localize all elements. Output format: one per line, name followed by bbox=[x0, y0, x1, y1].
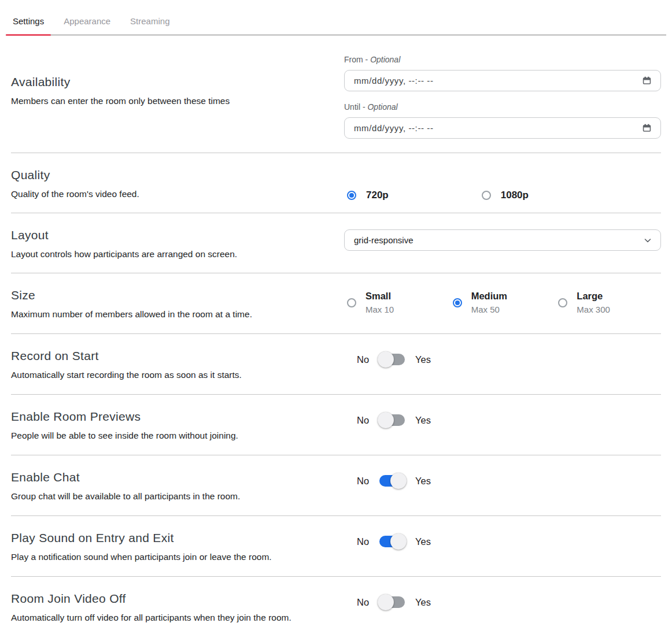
toggle-no-label: No bbox=[357, 536, 369, 547]
toggle-yes-label: Yes bbox=[415, 476, 431, 487]
enable-chat-toggle[interactable] bbox=[379, 475, 405, 487]
enable-chat-section: Enable Chat Group chat will be available… bbox=[11, 455, 661, 516]
radio-label: Large bbox=[577, 290, 610, 302]
availability-section: Availability Members can enter the room … bbox=[11, 36, 661, 153]
tab-appearance[interactable]: Appearance bbox=[57, 0, 117, 34]
calendar-icon[interactable] bbox=[641, 75, 652, 86]
tab-streaming[interactable]: Streaming bbox=[123, 0, 176, 34]
quality-description: Quality of the room's video feed. bbox=[11, 189, 344, 199]
room-join-video-off-section: Room Join Video Off Automatically turn o… bbox=[11, 577, 661, 638]
until-field-label: Until - Optional bbox=[344, 102, 661, 112]
play-sound-toggle[interactable] bbox=[379, 536, 405, 547]
toggle-no-label: No bbox=[357, 597, 369, 608]
play-sound-title: Play Sound on Entry and Exit bbox=[11, 531, 344, 545]
enable-chat-description: Group chat will be available to all part… bbox=[11, 491, 344, 502]
layout-section: Layout Layout controls how participants … bbox=[11, 213, 661, 273]
radio-label: 1080p bbox=[501, 190, 529, 201]
toggle-no-label: No bbox=[357, 476, 369, 487]
radio-label: 720p bbox=[366, 190, 389, 201]
until-datetime-placeholder: mm/dd/yyyy, --:-- -- bbox=[354, 123, 641, 133]
record-on-start-toggle[interactable] bbox=[379, 354, 405, 365]
enable-room-previews-description: People will be able to see inside the ro… bbox=[11, 431, 344, 441]
quality-option-720p[interactable]: 720p bbox=[344, 190, 389, 201]
radio-button[interactable] bbox=[453, 298, 462, 307]
layout-title: Layout bbox=[11, 228, 344, 242]
record-on-start-title: Record on Start bbox=[11, 349, 344, 363]
quality-title: Quality bbox=[11, 168, 344, 182]
calendar-icon[interactable] bbox=[641, 123, 652, 133]
enable-chat-title: Enable Chat bbox=[11, 470, 344, 484]
until-datetime-input[interactable]: mm/dd/yyyy, --:-- -- bbox=[344, 117, 661, 139]
radio-label: Medium bbox=[471, 290, 507, 302]
layout-select[interactable]: grid-responsive bbox=[344, 229, 661, 251]
radio-button[interactable] bbox=[347, 298, 356, 307]
enable-room-previews-toggle[interactable] bbox=[379, 414, 405, 426]
radio-sublabel: Max 300 bbox=[577, 305, 610, 314]
quality-section: Quality Quality of the room's video feed… bbox=[11, 153, 661, 213]
size-section: Size Maximum number of members allowed i… bbox=[11, 273, 661, 334]
radio-sublabel: Max 10 bbox=[365, 305, 394, 314]
enable-room-previews-title: Enable Room Previews bbox=[11, 410, 344, 424]
size-option-small[interactable]: Small Max 10 bbox=[344, 290, 450, 333]
label-separator: - bbox=[365, 55, 368, 64]
from-datetime-placeholder: mm/dd/yyyy, --:-- -- bbox=[354, 76, 641, 86]
room-join-video-off-title: Room Join Video Off bbox=[11, 592, 344, 606]
record-on-start-section: Record on Start Automatically start reco… bbox=[11, 334, 661, 395]
optional-hint: Optional bbox=[367, 102, 397, 112]
enable-room-previews-section: Enable Room Previews People will be able… bbox=[11, 395, 661, 455]
layout-select-value: grid-responsive bbox=[354, 235, 643, 245]
toggle-yes-label: Yes bbox=[415, 536, 431, 547]
quality-option-1080p[interactable]: 1080p bbox=[479, 190, 529, 201]
optional-hint: Optional bbox=[370, 55, 400, 64]
toggle-no-label: No bbox=[357, 354, 369, 365]
from-field-label: From - Optional bbox=[344, 55, 661, 64]
room-join-video-off-toggle[interactable] bbox=[379, 596, 405, 608]
toggle-yes-label: Yes bbox=[415, 415, 431, 426]
radio-button[interactable] bbox=[558, 298, 567, 307]
toggle-yes-label: Yes bbox=[415, 597, 431, 608]
availability-description: Members can enter the room only between … bbox=[11, 96, 344, 106]
availability-title: Availability bbox=[11, 75, 344, 89]
play-sound-description: Play a notification sound when participa… bbox=[11, 552, 344, 562]
radio-button[interactable] bbox=[347, 191, 356, 200]
label-separator: - bbox=[363, 102, 365, 112]
tab-bar: Settings Appearance Streaming bbox=[6, 0, 666, 36]
size-option-large[interactable]: Large Max 300 bbox=[555, 290, 661, 333]
settings-panel: Availability Members can enter the room … bbox=[0, 36, 672, 638]
size-option-medium[interactable]: Medium Max 50 bbox=[450, 290, 556, 333]
radio-label: Small bbox=[365, 290, 394, 302]
toggle-yes-label: Yes bbox=[415, 354, 431, 365]
play-sound-section: Play Sound on Entry and Exit Play a noti… bbox=[11, 516, 661, 577]
chevron-down-icon bbox=[643, 236, 652, 245]
radio-sublabel: Max 50 bbox=[471, 305, 507, 314]
from-datetime-input[interactable]: mm/dd/yyyy, --:-- -- bbox=[344, 70, 661, 91]
record-on-start-description: Automatically start recording the room a… bbox=[11, 370, 344, 380]
room-join-video-off-description: Automatically turn off video for all par… bbox=[11, 613, 344, 623]
toggle-no-label: No bbox=[357, 415, 369, 426]
size-description: Maximum number of members allowed in the… bbox=[11, 309, 344, 320]
size-title: Size bbox=[11, 288, 344, 302]
radio-button[interactable] bbox=[482, 191, 491, 200]
layout-description: Layout controls how participants are arr… bbox=[11, 249, 344, 259]
tab-settings[interactable]: Settings bbox=[6, 0, 51, 34]
